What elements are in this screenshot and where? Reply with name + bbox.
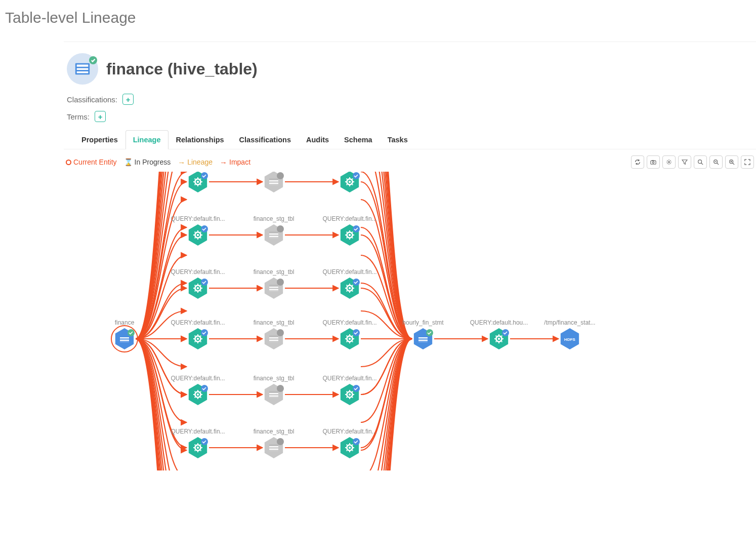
svg-point-20: [194, 178, 201, 185]
svg-rect-105: [418, 335, 428, 337]
lineage-node[interactable]: QUERY:default.fin...: [322, 268, 376, 299]
svg-rect-68: [269, 338, 278, 340]
node-label: QUERY:default.fin...: [322, 268, 376, 276]
node-label: QUERY:default.fin...: [171, 428, 225, 435]
refresh-button[interactable]: [631, 155, 644, 169]
svg-rect-95: [269, 444, 278, 446]
svg-rect-41: [269, 237, 278, 239]
zoom-out-button[interactable]: [709, 155, 723, 169]
settings-button[interactable]: [662, 155, 676, 169]
svg-rect-81: [269, 391, 278, 393]
lineage-node[interactable]: finance_stg_tbl: [254, 319, 295, 349]
tabs: PropertiesLineageRelationshipsClassifica…: [64, 130, 756, 149]
lineage-node[interactable]: QUERY:default.hou...: [470, 319, 528, 349]
add-classification-button[interactable]: +: [122, 94, 134, 105]
svg-rect-39: [269, 231, 278, 233]
node-label: finance_stg_tbl: [254, 268, 295, 276]
lineage-graph[interactable]: financeQUERY:default.fin...finance_stg_t…: [64, 172, 649, 470]
svg-rect-69: [269, 341, 278, 342]
lineage-node[interactable]: hourly_fin_stmt: [402, 319, 444, 349]
lineage-node[interactable]: finance_stg_tbl: [254, 428, 295, 458]
lineage-node[interactable]: QUERY:default.fin...: [171, 319, 225, 349]
tab-tasks[interactable]: Tasks: [380, 130, 415, 149]
svg-point-76: [194, 391, 201, 398]
lineage-node[interactable]: QUERY:default.fin...: [322, 319, 376, 349]
svg-rect-7: [652, 160, 653, 161]
svg-rect-5: [651, 161, 656, 164]
svg-rect-53: [269, 285, 278, 287]
svg-rect-107: [418, 341, 428, 342]
tab-relationships[interactable]: Relationships: [169, 130, 232, 149]
svg-rect-82: [269, 394, 278, 396]
lineage-node[interactable]: finance_stg_tbl: [254, 268, 295, 299]
classifications-label: Classifications:: [67, 95, 117, 104]
lineage-node[interactable]: [265, 172, 284, 192]
lineage-edge: [136, 339, 187, 470]
svg-point-48: [194, 285, 201, 292]
entity-type-icon: [67, 53, 98, 85]
fullscreen-button[interactable]: [741, 155, 754, 169]
lineage-node[interactable]: finance: [111, 319, 138, 352]
svg-point-56: [277, 279, 284, 286]
camera-button[interactable]: [647, 155, 660, 169]
lineage-node[interactable]: QUERY:default.fin...: [171, 375, 225, 405]
svg-rect-106: [418, 338, 428, 340]
svg-rect-1: [77, 65, 89, 67]
node-label: QUERY:default.fin...: [322, 428, 376, 435]
legend-in-progress: In Progress: [135, 158, 171, 166]
tab-properties[interactable]: Properties: [74, 130, 125, 149]
tab-classifications[interactable]: Classifications: [232, 130, 299, 149]
svg-point-6: [652, 162, 654, 163]
legend-lineage: Lineage: [187, 158, 213, 166]
node-label: QUERY:default.hou...: [470, 319, 528, 326]
search-button[interactable]: [694, 155, 707, 169]
lineage-node[interactable]: [341, 172, 360, 192]
svg-point-28: [277, 172, 284, 179]
tab-audits[interactable]: Audits: [299, 130, 337, 149]
svg-rect-14: [120, 335, 129, 337]
lineage-node[interactable]: [189, 172, 208, 192]
svg-point-110: [495, 335, 502, 342]
node-label: QUERY:default.fin...: [171, 268, 225, 276]
svg-point-62: [194, 335, 201, 342]
tab-lineage[interactable]: Lineage: [125, 130, 169, 149]
node-label: finance_stg_tbl: [254, 319, 295, 326]
svg-point-70: [277, 329, 284, 336]
legend-current: Current Entity: [73, 158, 117, 166]
zoom-in-button[interactable]: [725, 155, 738, 169]
lineage-node[interactable]: QUERY:default.fin...: [322, 215, 376, 246]
svg-point-42: [277, 225, 284, 232]
svg-point-98: [277, 438, 284, 445]
lineage-edge: [361, 339, 412, 470]
node-label: finance_stg_tbl: [254, 428, 295, 435]
node-label: /tmp/finance_stat...: [544, 319, 595, 326]
svg-point-86: [346, 391, 353, 398]
filter-button[interactable]: [678, 155, 691, 169]
svg-point-34: [194, 231, 201, 239]
svg-point-58: [346, 285, 353, 292]
svg-point-72: [346, 335, 353, 342]
tab-schema[interactable]: Schema: [337, 130, 380, 149]
svg-rect-40: [269, 234, 278, 236]
legend-impact: Impact: [229, 158, 250, 166]
node-label: finance: [115, 319, 135, 326]
lineage-node[interactable]: finance_stg_tbl: [254, 215, 295, 246]
svg-point-8: [668, 161, 669, 163]
entity-header: finance (hive_table): [64, 49, 756, 91]
svg-rect-2: [77, 68, 89, 70]
svg-rect-26: [269, 181, 278, 183]
add-term-button[interactable]: +: [95, 111, 106, 122]
svg-rect-15: [120, 338, 129, 340]
svg-rect-97: [269, 450, 278, 451]
svg-rect-16: [120, 341, 129, 342]
node-label: finance_stg_tbl: [254, 375, 295, 382]
lineage-node[interactable]: finance_stg_tbl: [254, 375, 295, 405]
lineage-node[interactable]: HDFS/tmp/finance_stat...: [544, 319, 595, 349]
lineage-node[interactable]: QUERY:default.fin...: [171, 268, 225, 299]
node-label: QUERY:default.fin...: [171, 375, 225, 382]
svg-rect-3: [77, 71, 89, 73]
lineage-node[interactable]: QUERY:default.fin...: [322, 375, 376, 405]
lineage-node[interactable]: QUERY:default.fin...: [171, 215, 225, 246]
node-label: QUERY:default.fin...: [322, 319, 376, 326]
svg-point-84: [277, 385, 284, 392]
